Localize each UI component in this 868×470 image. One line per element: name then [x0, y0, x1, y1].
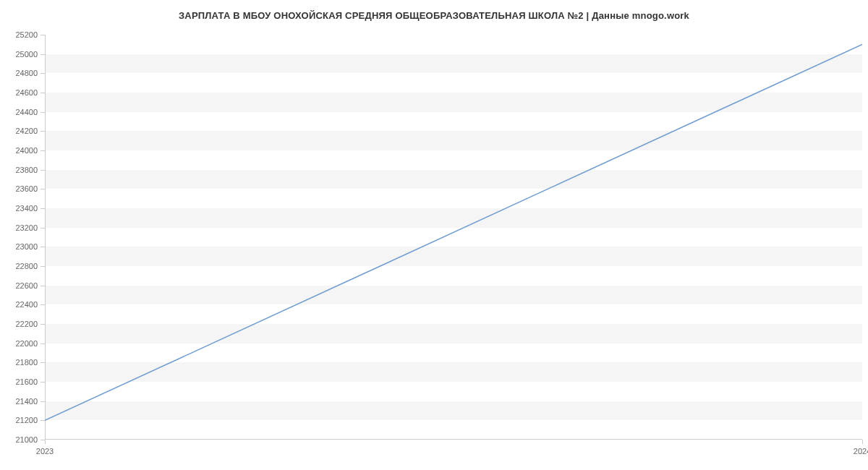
y-axis-label: 22600 — [15, 281, 38, 290]
y-axis-label: 21600 — [15, 377, 38, 386]
y-axis-label: 21000 — [15, 435, 38, 444]
y-axis-label: 25000 — [15, 50, 38, 59]
grid-band — [45, 131, 862, 150]
y-axis-label: 24800 — [15, 69, 38, 77]
grid-band — [45, 247, 862, 266]
y-axis — [45, 35, 46, 440]
y-axis-label: 22000 — [15, 339, 38, 348]
y-axis-label: 24200 — [15, 127, 38, 135]
grid-band — [45, 170, 862, 189]
x-tick — [45, 440, 46, 444]
y-axis-label: 22200 — [15, 320, 38, 328]
grid-band — [45, 362, 862, 382]
grid-band — [45, 324, 862, 343]
x-axis-label: 2024 — [854, 447, 868, 456]
y-axis-label: 23800 — [15, 166, 38, 174]
y-axis-label: 24000 — [15, 146, 38, 155]
y-axis-label: 21800 — [15, 358, 38, 367]
y-axis-label: 22800 — [15, 262, 38, 270]
y-axis-label: 24400 — [15, 108, 38, 116]
x-axis — [45, 439, 862, 440]
y-axis-label: 24600 — [15, 88, 38, 97]
grid-band — [45, 208, 862, 228]
y-axis-label: 23600 — [15, 184, 38, 193]
x-axis-label: 2023 — [36, 447, 54, 456]
y-axis-label: 23200 — [15, 223, 38, 232]
y-axis-label: 23000 — [15, 242, 38, 251]
grid-band — [45, 286, 862, 305]
y-axis-label: 21200 — [15, 416, 38, 424]
chart-plot-area: 2100021200214002160021800220002220022400… — [45, 35, 862, 440]
chart-title: ЗАРПЛАТА В МБОУ ОНОХОЙСКАЯ СРЕДНЯЯ ОБЩЕО… — [0, 0, 868, 21]
y-axis-label: 25200 — [15, 30, 38, 39]
y-axis-label: 21400 — [15, 397, 38, 406]
grid-band — [45, 54, 862, 74]
grid-band — [45, 93, 862, 112]
x-tick — [862, 440, 863, 444]
y-axis-label: 22400 — [15, 300, 38, 309]
y-axis-label: 23400 — [15, 204, 38, 213]
grid-band — [45, 401, 862, 421]
